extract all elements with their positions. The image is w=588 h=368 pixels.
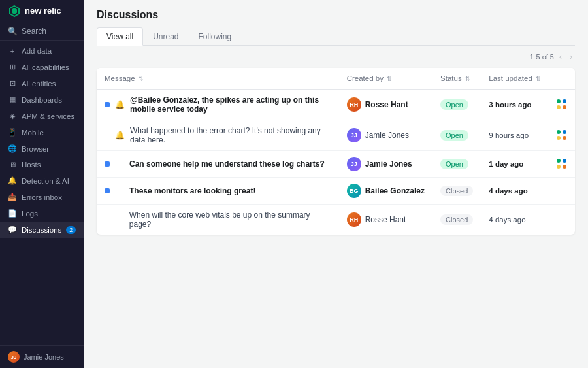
unread-indicator bbox=[105, 188, 110, 193]
cell-time: 4 days ago bbox=[481, 205, 549, 235]
nav-icon-apm-services: ◈ bbox=[8, 112, 17, 120]
cell-action bbox=[549, 90, 575, 120]
creator-avatar: RH bbox=[347, 97, 361, 112]
nav-label-browser: Browser bbox=[22, 145, 49, 153]
cell-creator: RH Rosse Hant bbox=[339, 90, 433, 120]
sidebar-item-errors-inbox[interactable]: 📥 Errors inbox bbox=[0, 189, 84, 205]
cell-status: Open bbox=[433, 90, 481, 120]
pagination-prev[interactable]: ‹ bbox=[557, 51, 564, 63]
cell-time: 9 hours ago bbox=[481, 120, 549, 151]
table-area: 1-5 of 5 ‹ › Message ⇅ Created by ⇅ Stat… bbox=[84, 46, 588, 368]
status-badge: Open bbox=[440, 159, 468, 169]
nav-label-mobile: Mobile bbox=[22, 129, 44, 137]
sidebar-item-detection-ai[interactable]: 🔔 Detection & AI bbox=[0, 173, 84, 189]
message-text: Can someone help me understand these log… bbox=[129, 159, 325, 169]
table-row[interactable]: These monitors are looking great! BG Bai… bbox=[97, 178, 575, 205]
nav-icon-detection-ai: 🔔 bbox=[8, 176, 17, 185]
search-label: Search bbox=[22, 27, 46, 36]
tab-unread[interactable]: Unread bbox=[143, 27, 188, 46]
unread-indicator bbox=[105, 102, 110, 107]
main-content: Discussions View all Unread Following 1-… bbox=[84, 0, 588, 368]
tab-view-all[interactable]: View all bbox=[97, 27, 143, 46]
cell-time: 4 days ago bbox=[481, 178, 549, 205]
message-text: These monitors are looking great! bbox=[129, 186, 255, 195]
sidebar-item-browser[interactable]: 🌐 Browser bbox=[0, 141, 84, 157]
page-title: Discussions bbox=[97, 9, 575, 21]
nav-icon-mobile: 📱 bbox=[8, 128, 17, 137]
col-status: Status ⇅ bbox=[433, 68, 481, 90]
sort-icon-status: ⇅ bbox=[465, 76, 470, 82]
pagination-next[interactable]: › bbox=[567, 51, 575, 63]
tabs: View all Unread Following bbox=[97, 27, 575, 46]
col-message: Message ⇅ bbox=[97, 68, 339, 90]
col-action bbox=[549, 68, 575, 90]
creator-avatar: BG bbox=[347, 184, 361, 198]
message-text: When will the core web vitals be up on t… bbox=[129, 210, 331, 229]
nav-icon-logs: 📄 bbox=[8, 209, 17, 218]
cell-action bbox=[549, 178, 575, 205]
table-row[interactable]: Can someone help me understand these log… bbox=[97, 151, 575, 178]
cell-message: When will the core web vitals be up on t… bbox=[97, 205, 339, 235]
sidebar-footer: JJ Jamie Jones bbox=[0, 345, 84, 368]
sort-icon-created: ⇅ bbox=[387, 76, 392, 82]
nav-label-discussions: Discussions bbox=[22, 226, 61, 234]
sidebar-item-add-data[interactable]: + Add data bbox=[0, 43, 84, 59]
sidebar-search[interactable]: 🔍 Search bbox=[0, 22, 84, 41]
nav-label-detection-ai: Detection & AI bbox=[22, 177, 69, 185]
message-text: @Bailee Gonzalez, the spikes are acting … bbox=[130, 95, 331, 114]
main-header: Discussions View all Unread Following bbox=[84, 0, 588, 46]
creator-avatar: JJ bbox=[347, 157, 361, 171]
status-badge: Open bbox=[440, 130, 468, 141]
creator-name: Jamie Jones bbox=[365, 159, 412, 169]
message-text: What happened to the error chart? It's n… bbox=[130, 126, 331, 144]
nav-icon-add-data: + bbox=[8, 47, 17, 55]
newrelic-logo-icon bbox=[8, 5, 21, 18]
nav-label-all-entities: All entities bbox=[22, 80, 56, 88]
cell-creator: JJ Jamie Jones bbox=[339, 151, 433, 178]
tab-following[interactable]: Following bbox=[189, 27, 242, 46]
sidebar-item-dashboards[interactable]: ▦ Dashboards bbox=[0, 92, 84, 108]
cell-creator: RH Rosse Hant bbox=[339, 205, 433, 235]
table-row[interactable]: When will the core web vitals be up on t… bbox=[97, 205, 575, 235]
creator-name: Rosse Hant bbox=[365, 215, 406, 224]
nav-label-hosts: Hosts bbox=[22, 161, 41, 169]
nav-label-dashboards: Dashboards bbox=[22, 96, 62, 104]
cell-message: These monitors are looking great! bbox=[97, 178, 339, 205]
svg-marker-1 bbox=[12, 8, 17, 14]
sort-icon-message: ⇅ bbox=[139, 76, 144, 82]
sidebar-item-all-capabilities[interactable]: ⊞ All capabilities bbox=[0, 59, 84, 75]
col-last-updated: Last updated ⇅ bbox=[481, 68, 549, 90]
sidebar-item-all-entities[interactable]: ⊡ All entities bbox=[0, 75, 84, 92]
cell-action bbox=[549, 205, 575, 235]
sidebar-item-apm-services[interactable]: ◈ APM & services bbox=[0, 108, 84, 124]
cell-message: Can someone help me understand these log… bbox=[97, 151, 339, 178]
nav-icon-hosts: 🖥 bbox=[8, 161, 17, 169]
cell-status: Closed bbox=[433, 205, 481, 235]
nav-label-all-capabilities: All capabilities bbox=[22, 63, 69, 71]
sidebar-item-hosts[interactable]: 🖥 Hosts bbox=[0, 157, 84, 173]
sidebar-item-mobile[interactable]: 📱 Mobile bbox=[0, 124, 84, 141]
table-row[interactable]: 🔔 @Bailee Gonzalez, the spikes are actin… bbox=[97, 90, 575, 120]
nav-icon-errors-inbox: 📥 bbox=[8, 193, 17, 201]
nav-icon-all-entities: ⊡ bbox=[8, 79, 17, 88]
sidebar-nav: + Add data ⊞ All capabilities ⊡ All enti… bbox=[0, 41, 84, 345]
sidebar-user-name: Jamie Jones bbox=[24, 353, 64, 361]
newrelic-action-icon[interactable] bbox=[557, 99, 567, 110]
cell-time: 3 hours ago bbox=[481, 90, 549, 120]
cell-action bbox=[549, 151, 575, 178]
table-row[interactable]: 🔔 What happened to the error chart? It's… bbox=[97, 120, 575, 151]
col-created-by: Created by ⇅ bbox=[339, 68, 433, 90]
nav-label-add-data: Add data bbox=[22, 47, 52, 55]
pagination-text: 1-5 of 5 bbox=[530, 53, 554, 61]
sidebar-item-logs[interactable]: 📄 Logs bbox=[0, 205, 84, 222]
status-badge: Closed bbox=[440, 214, 473, 225]
search-icon: 🔍 bbox=[8, 27, 18, 36]
nav-label-apm-services: APM & services bbox=[22, 112, 74, 120]
newrelic-action-icon[interactable] bbox=[557, 130, 567, 141]
sidebar-item-discussions[interactable]: 💬 Discussions 2 bbox=[0, 222, 84, 238]
sidebar-logo[interactable]: new relic bbox=[0, 0, 84, 22]
newrelic-action-icon[interactable] bbox=[557, 159, 567, 169]
nav-label-errors-inbox: Errors inbox bbox=[22, 193, 62, 201]
creator-name: Rosse Hant bbox=[365, 100, 408, 109]
unread-indicator bbox=[105, 161, 110, 167]
